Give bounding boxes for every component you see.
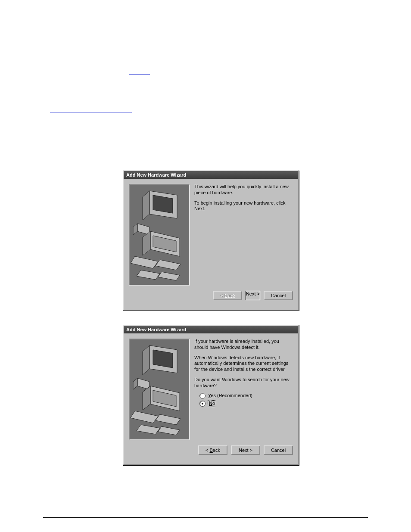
wizard-instruction-text: To begin installing your new hardware, c… bbox=[194, 200, 293, 212]
dialog-title: Add New Hardware Wizard bbox=[124, 326, 298, 333]
radio-yes[interactable]: Yes (Recommended) bbox=[199, 393, 293, 399]
next-button[interactable]: Next > bbox=[231, 445, 260, 455]
radio-no[interactable]: No bbox=[199, 401, 293, 407]
next-button-label: Next > bbox=[246, 291, 260, 296]
back-button-rest: ack bbox=[213, 448, 220, 453]
link-underline bbox=[50, 112, 132, 112]
link-underline bbox=[129, 75, 150, 75]
wizard-illustration bbox=[129, 339, 190, 440]
hardware-isometric-icon bbox=[130, 185, 189, 285]
dialog-button-row: < Back Next > Cancel bbox=[124, 286, 298, 305]
back-button-chevron: < bbox=[206, 448, 209, 453]
dialog-button-row: < Back Next > Cancel bbox=[124, 441, 298, 460]
radio-icon bbox=[199, 393, 206, 399]
dialog-body: This wizard will help you quickly instal… bbox=[124, 179, 298, 286]
back-button[interactable]: < Back bbox=[198, 445, 227, 455]
add-new-hardware-wizard-dialog-1: Add New Hardware Wizard bbox=[123, 170, 299, 311]
next-button[interactable]: Next > bbox=[246, 291, 260, 300]
wizard-intro-text: This wizard will help you quickly instal… bbox=[194, 184, 293, 196]
cancel-button[interactable]: Cancel bbox=[264, 291, 293, 300]
add-new-hardware-wizard-dialog-2: Add New Hardware Wizard If your hardware… bbox=[123, 325, 299, 465]
detect-question: Do you want Windows to search for your n… bbox=[194, 377, 293, 389]
hardware-isometric-icon bbox=[130, 339, 189, 439]
dialog-text-column: If your hardware is already installed, y… bbox=[194, 339, 293, 441]
dialog-title: Add New Hardware Wizard bbox=[124, 171, 298, 179]
svg-marker-3 bbox=[153, 195, 173, 213]
back-button: < Back bbox=[213, 291, 242, 300]
radio-icon bbox=[199, 401, 206, 407]
horizontal-rule bbox=[43, 517, 368, 518]
back-button-mnemonic: B bbox=[210, 448, 213, 453]
wizard-illustration bbox=[129, 184, 190, 286]
svg-marker-16 bbox=[153, 350, 173, 368]
detect-text-2: When Windows detects new hardware, it au… bbox=[194, 355, 293, 373]
radio-yes-label: Yes (Recommended) bbox=[208, 393, 252, 399]
dialog-body: If your hardware is already installed, y… bbox=[124, 333, 298, 441]
detect-text-1: If your hardware is already installed, y… bbox=[194, 339, 293, 351]
dialog-text-column: This wizard will help you quickly instal… bbox=[194, 184, 293, 286]
radio-no-label: No bbox=[208, 401, 216, 407]
cancel-button[interactable]: Cancel bbox=[264, 445, 293, 455]
